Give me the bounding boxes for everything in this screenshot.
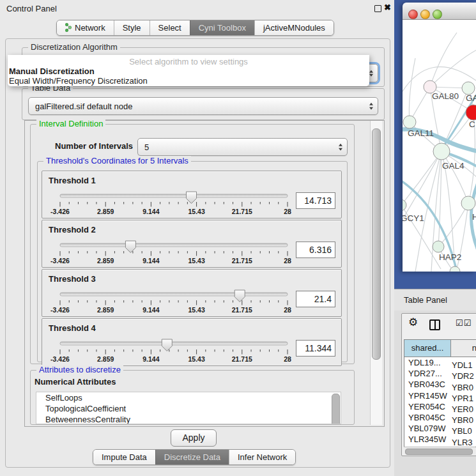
horizontal-scrollbar[interactable] [404, 447, 475, 454]
threshold-label: Threshold 1 [49, 176, 96, 185]
dropdown-option-equal-width[interactable]: Equal Width/Frequency Discretization [9, 76, 148, 86]
attributes-group-title: Attributes to discretize [36, 365, 123, 374]
table-row[interactable]: YDR27...YDR2 [404, 368, 476, 379]
attribute-list-item[interactable]: BetweennessCentrality [36, 414, 341, 424]
scrollbar-thumb[interactable] [405, 449, 473, 455]
slider-handle[interactable] [125, 241, 135, 253]
network-window-titlebar[interactable] [403, 3, 476, 20]
dropdown-option-manual[interactable]: Manual Discretization [9, 66, 95, 76]
cell-shared-name: YDL19... [404, 357, 452, 368]
svg-text:2.859: 2.859 [97, 208, 114, 215]
tab-jactivemnodules[interactable]: jActiveMNodules [254, 20, 334, 35]
columns-icon[interactable] [429, 319, 440, 330]
slider-handle[interactable] [234, 290, 245, 302]
attribute-list-item[interactable]: TopologicalCoefficient [36, 403, 341, 414]
attributes-group: Attributes to discretize Numerical Attri… [30, 370, 355, 425]
table-panel-header: Table Panel [394, 289, 476, 311]
table-row[interactable]: YLR345WYLR3 [404, 434, 476, 445]
svg-text:15.43: 15.43 [188, 208, 204, 215]
thresholds-group: Threshold's Coordinates for 5 Intervals … [37, 161, 348, 362]
table-row[interactable]: YPR145WYPR1 [404, 390, 476, 401]
node-label: GAL80 [432, 91, 459, 101]
svg-text:-3.426: -3.426 [50, 355, 70, 363]
svg-text:21.715: 21.715 [232, 355, 252, 363]
num-intervals-value: 5 [144, 142, 149, 152]
network-node[interactable] [450, 266, 460, 272]
dropdown-prompt: Select algorithm to view settings [8, 57, 369, 66]
node-label: GCY1 [403, 213, 424, 223]
table-row[interactable]: YER054CYER0 [404, 401, 476, 412]
minimize-light[interactable] [420, 10, 430, 19]
table-row[interactable]: YBL079WYBL0 [404, 423, 476, 434]
apply-button[interactable]: Apply [171, 429, 217, 447]
tab-cyni-toolbox[interactable]: Cyni Toolbox [190, 20, 254, 35]
attributes-list[interactable]: SelfLoopsTopologicalCoefficientBetweenne… [36, 392, 341, 424]
threshold-panel: Threshold 2 -3.4262.8599.14415.4321.7152… [42, 220, 342, 268]
tab-infer-network[interactable]: Infer Network [229, 450, 295, 464]
cell-shared-name: YLR345W [404, 434, 452, 445]
tab-style[interactable]: Style [114, 20, 150, 35]
scrollbar-thumb[interactable] [372, 128, 381, 360]
table-row[interactable]: YDL19...YDL1 [404, 357, 476, 368]
num-intervals-combobox[interactable]: 5 [137, 138, 348, 156]
svg-text:21.715: 21.715 [232, 208, 252, 215]
network-node[interactable] [403, 199, 406, 211]
network-node[interactable] [433, 143, 450, 160]
threshold-slider[interactable]: -3.4262.8599.14415.4321.71528 [50, 238, 299, 266]
node-table: shared... na YDL19...YDL1YDR27...YDR2YBR… [404, 339, 476, 447]
gear-icon[interactable]: ⚙ [408, 316, 418, 329]
list-scrollbar[interactable] [332, 394, 340, 424]
network-node[interactable] [461, 196, 475, 210]
svg-text:28: 28 [284, 355, 291, 363]
float-window-icon[interactable] [374, 5, 381, 12]
close-icon[interactable]: ✖ [384, 3, 391, 12]
num-intervals-label: Number of Intervals [55, 141, 133, 151]
threshold-value-field[interactable]: 6.316 [296, 242, 335, 258]
threshold-panel: Threshold 4 -3.4262.8599.14415.4321.7152… [42, 318, 342, 366]
tab-select[interactable]: Select [150, 20, 190, 35]
svg-text:9.144: 9.144 [142, 208, 159, 215]
attribute-list-item[interactable]: SelfLoops [36, 392, 341, 403]
thresholds-group-title: Threshold's Coordinates for 5 Intervals [43, 156, 191, 165]
threshold-value-field[interactable]: 11.344 [296, 340, 335, 357]
svg-text:-3.426: -3.426 [50, 208, 70, 215]
tab-network[interactable]: Network [57, 20, 114, 35]
threshold-slider[interactable]: -3.4262.8599.14415.4321.71528 [50, 336, 299, 364]
interval-definition-group: Interval Definition Number of Intervals … [30, 124, 355, 364]
column-header-shared-name[interactable]: shared... [404, 340, 451, 357]
threshold-value-field[interactable]: 21.4 [296, 291, 335, 307]
zoom-light[interactable] [433, 10, 442, 19]
slider-handle[interactable] [187, 192, 197, 204]
svg-text:9.144: 9.144 [142, 355, 159, 363]
node-label: HAP2 [439, 252, 461, 262]
node-label: GA [466, 93, 476, 103]
svg-text:21.715: 21.715 [232, 257, 252, 265]
combo-arrows-icon [369, 103, 373, 110]
vertical-scrollbar[interactable] [370, 121, 382, 425]
table-row[interactable]: YBR045CYBR0 [404, 412, 476, 423]
svg-text:-3.426: -3.426 [50, 306, 70, 314]
table-rows: YDL19...YDL1YDR27...YDR2YBR043CYBR0YPR14… [404, 357, 476, 447]
threshold-value-field[interactable]: 14.713 [296, 192, 335, 209]
threshold-slider[interactable]: -3.4262.8599.14415.4321.71528 [50, 287, 299, 315]
combo-arrows-icon [369, 70, 373, 77]
cell-shared-name: YBL079W [404, 423, 452, 434]
threshold-slider[interactable]: -3.4262.8599.14415.4321.71528 [50, 188, 299, 217]
column-header-name[interactable]: na [451, 340, 476, 357]
slider-handle[interactable] [162, 339, 172, 351]
cell-shared-name: YPR145W [404, 390, 452, 401]
close-light[interactable] [408, 10, 418, 19]
combo-arrows-icon [339, 144, 342, 151]
table-data-combobox[interactable]: galFiltered.sif default node [28, 97, 378, 115]
tab-impute-data[interactable]: Impute Data [93, 450, 155, 464]
network-node[interactable] [466, 105, 476, 120]
tab-discretize-data[interactable]: Discretize Data [155, 450, 229, 464]
network-window[interactable]: GAL80GACGAL11GAL4GCY1HHAP2 [403, 3, 476, 272]
table-row[interactable]: YBR043CYBR0 [404, 379, 476, 390]
network-canvas[interactable]: GAL80GACGAL11GAL4GCY1HHAP2 [403, 20, 476, 272]
checkbox-icons[interactable]: ☑☑ [456, 318, 472, 328]
network-node[interactable] [433, 241, 444, 252]
network-node[interactable] [403, 116, 416, 128]
network-node[interactable] [462, 82, 475, 95]
threshold-label: Threshold 3 [49, 274, 96, 284]
